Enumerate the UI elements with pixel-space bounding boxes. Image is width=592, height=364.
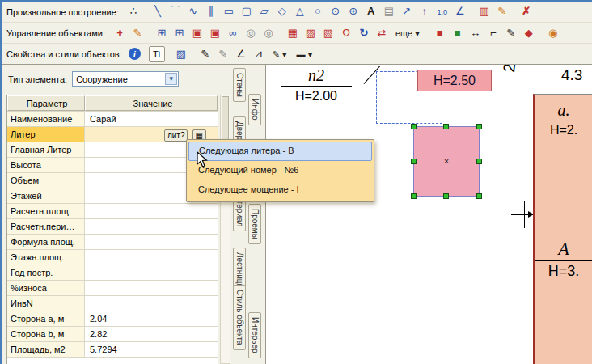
palette-icon[interactable]: ◉ [545,24,561,40]
hatch-area-icon[interactable]: ▨ [302,24,319,40]
slope-pencil-icon[interactable]: ✎ [503,24,519,40]
area-icon[interactable]: ▦ [285,24,301,40]
text-format-button[interactable]: Тt [149,46,165,62]
param-name[interactable]: ИнвN [7,296,85,311]
column-header-value[interactable]: Значение [85,95,218,111]
param-value[interactable] [85,265,218,280]
tab-info[interactable]: Инфо [248,94,261,125]
selected-object[interactable]: × [413,126,480,197]
building-region[interactable]: а. Н=2. А Н=3. [533,94,592,364]
pointer-style-icon[interactable]: ∴ [125,3,142,19]
rotate-icon[interactable]: ↻ [356,24,372,40]
selection-handle[interactable] [476,193,482,199]
param-value[interactable] [85,296,218,311]
param-name[interactable]: Год постр. [7,265,85,280]
scrollbar-thumb[interactable] [222,96,229,143]
frame-red2-icon[interactable]: ▣ [207,24,223,40]
selection-handle[interactable] [476,159,482,164]
selection-handle[interactable] [411,193,417,199]
param-name[interactable]: Этажей [7,188,85,203]
circle-icon[interactable]: ○ [310,3,326,19]
tab-walls[interactable]: Стены [233,68,246,102]
node2-icon[interactable]: ◎ [260,24,277,40]
param-name[interactable]: Площадь, м2 [7,342,85,357]
trapezoid-icon[interactable]: ◇ [274,3,290,19]
param-name[interactable]: Главная Литер [7,142,85,157]
double-line-icon[interactable]: ∥ [203,3,219,19]
add-point-icon[interactable]: + [112,24,128,40]
param-value[interactable] [85,219,218,234]
liter-suggest-button[interactable]: лит? [164,129,188,142]
pencil-black-icon[interactable]: ✎ [197,45,214,61]
menu-item-next-letter[interactable]: Следующая литера - В [188,142,372,161]
fill-green-icon[interactable]: ■ [450,24,466,40]
angle-icon[interactable]: ∠ [452,3,468,19]
param-name[interactable]: Формула площ. [7,235,85,249]
selection-handle[interactable] [411,159,417,164]
param-value[interactable] [85,204,218,218]
parallelogram-icon[interactable]: ▱ [256,3,273,19]
spline-icon[interactable]: ∿ [185,3,201,19]
param-name[interactable]: %износа [7,281,85,295]
tab-object-style[interactable]: Стиль объекта [233,285,246,350]
arc-icon[interactable]: ⌒ [167,3,184,19]
param-name[interactable]: Наименование [7,112,85,126]
param-value[interactable] [85,281,218,295]
param-name[interactable]: Объем [7,173,85,188]
param-value[interactable] [85,235,218,249]
ruler-icon[interactable]: ⊿ [251,45,267,61]
line-width-dropdown[interactable]: ▬ ▾ [293,46,317,62]
arrow-up-icon[interactable]: ↑ [417,3,433,19]
move-handle-icon[interactable]: ↔ [467,24,484,40]
node-icon[interactable]: ◎ [243,24,259,40]
chevron-down-icon[interactable]: ▼ [165,73,177,85]
table-scrollbar[interactable] [220,95,230,364]
param-name[interactable]: Расчетн.пери… [7,219,85,234]
line-icon[interactable]: ╲ [150,3,166,19]
rectangle-icon[interactable]: ▭ [221,3,237,19]
param-name[interactable]: Сторона b, м [7,327,85,341]
height-badge[interactable]: Н=2.50 [417,70,492,91]
grid-icon[interactable]: ▥ [476,3,493,19]
param-name[interactable]: Расчетн.площ. [7,204,85,218]
link-icon[interactable]: ∞ [225,24,241,40]
swap-icon[interactable]: ⇄ [374,24,390,40]
frame-red-icon[interactable]: ▣ [189,24,205,40]
rounded-rectangle-icon[interactable]: ▢ [239,3,255,19]
param-name[interactable]: Сторона a, м [7,311,85,326]
circle-cross-icon[interactable]: ⊕ [345,3,362,19]
hatch-style-icon[interactable]: ▨ [173,45,189,61]
tile-windows-icon[interactable]: ⊞ [171,24,188,40]
selection-handle[interactable] [411,124,417,129]
dimension-icon[interactable]: 1.0 [434,4,450,20]
param-name[interactable]: Литер [7,127,85,142]
param-value[interactable]: 2.04 [85,311,218,326]
element-type-select[interactable]: Сооружение ▼ [72,71,179,87]
pencil-gray-icon[interactable]: ✎ [215,45,231,61]
more-button[interactable]: еще ▾ [391,25,424,41]
text-icon[interactable]: A [363,3,379,19]
draw-pencil-icon[interactable]: ✎ [129,24,146,40]
param-value[interactable]: 2.82 [85,327,218,341]
info-icon[interactable]: i [129,48,141,60]
sheet-icon[interactable]: ▤ [381,3,397,19]
menu-item-next-number[interactable]: Следующий номер - №6 [188,161,372,180]
style-pencil-dropdown[interactable]: ✎ ▾ [269,46,291,62]
selection-handle[interactable] [443,193,449,199]
param-value[interactable]: 5.7294 [85,342,218,357]
column-header-param[interactable]: Параметр [7,95,85,111]
tab-interior[interactable]: Интерьер [248,312,261,358]
param-value[interactable] [85,250,218,265]
arrow-ne-icon[interactable]: ↗ [399,3,415,19]
selection-handle[interactable] [476,124,482,129]
delete-icon[interactable]: ✗ [518,3,535,19]
param-name[interactable]: Высота [7,158,85,172]
diamond-icon[interactable]: ◆ [521,24,537,40]
snap-icon[interactable]: Ω [338,24,354,40]
cascade-windows-icon[interactable]: ⊞ [154,24,170,40]
fill-red-icon[interactable]: ■ [432,24,448,40]
edit-icon[interactable]: ✎ [494,3,510,19]
triangle-icon[interactable]: △ [292,3,308,19]
param-value[interactable]: Сарай [85,112,218,126]
select-area-icon[interactable]: ▧ [320,24,336,40]
